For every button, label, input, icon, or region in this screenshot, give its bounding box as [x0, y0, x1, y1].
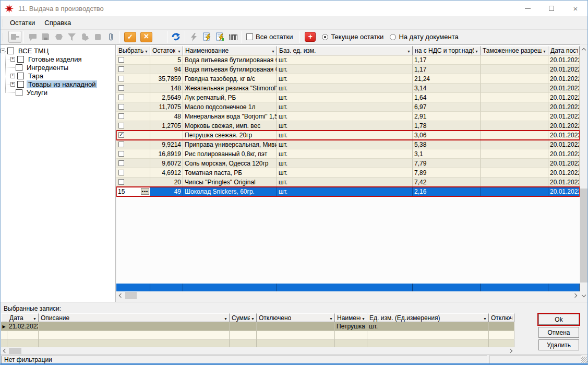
products-hscrollbar[interactable] — [116, 291, 580, 300]
selected-hscrollbar[interactable] — [1, 347, 514, 355]
product-row[interactable]: 35,7859Говядна тазоберд. кг в/сшт.21,242… — [116, 74, 580, 84]
select-cell[interactable] — [116, 112, 150, 121]
filter-dropdown-icon[interactable] — [223, 314, 227, 322]
on-document-date-radio[interactable] — [390, 34, 396, 40]
filter-dropdown-icon[interactable] — [482, 314, 487, 322]
scroll-down-button[interactable] — [580, 291, 588, 300]
selected-record-row[interactable] — [1, 331, 514, 340]
select-cell[interactable] — [116, 168, 150, 178]
hscroll-thumb[interactable] — [125, 292, 137, 299]
discard-button[interactable] — [140, 32, 152, 42]
row-checkbox[interactable] — [118, 85, 124, 91]
comment-button[interactable] — [26, 31, 39, 43]
delete-button[interactable]: Удалить — [538, 339, 579, 350]
product-row[interactable]: 9,9214Приправа универсальная, Мивинашт.5… — [116, 140, 580, 149]
selected-record-row[interactable] — [1, 340, 514, 347]
select-cell[interactable] — [116, 140, 150, 149]
product-row[interactable]: 9,6072Соль морская, Одесса 120гршт.7,792… — [116, 159, 580, 168]
ellipsis-button[interactable] — [141, 188, 149, 195]
column-header[interactable] — [1, 313, 7, 322]
add-button[interactable] — [305, 32, 316, 42]
column-header[interactable]: Описание — [39, 313, 230, 322]
tree-checkbox[interactable] — [16, 89, 22, 96]
collapse-icon[interactable] — [1, 49, 5, 53]
doc-execute-edit-button[interactable] — [213, 31, 226, 43]
tree-item[interactable]: Готовые изделия — [1, 55, 115, 63]
execute-button[interactable] — [187, 31, 200, 43]
product-row[interactable]: 16,8919Рис полированный 0,8кг, пэтшт.3,1… — [116, 149, 580, 159]
scroll-right-button[interactable] — [571, 291, 580, 300]
tree-item[interactable]: Услуги — [1, 88, 115, 97]
row-checkbox[interactable] — [118, 142, 124, 147]
save-button[interactable] — [39, 31, 52, 43]
filter-button[interactable] — [65, 31, 78, 43]
select-cell[interactable] — [116, 74, 150, 84]
expand-icon[interactable] — [10, 82, 15, 87]
cancel-button[interactable]: Отмена — [538, 327, 579, 338]
filter-dropdown-icon[interactable] — [474, 47, 478, 54]
menu-ostatki[interactable]: Остатки — [5, 17, 40, 29]
close-button[interactable]: × — [563, 1, 587, 16]
select-cell[interactable] — [116, 93, 150, 102]
hscroll-thumb[interactable] — [9, 348, 21, 354]
all-leftovers-checkbox[interactable] — [246, 33, 253, 40]
product-row[interactable]: Петрушка свежая. 20гршт.3,0620.01.2022 — [116, 131, 580, 140]
scroll-right-button[interactable] — [507, 347, 514, 355]
tree-checkbox[interactable] — [16, 64, 22, 71]
select-cell[interactable]: 15 — [116, 187, 150, 196]
select-cell[interactable] — [116, 178, 150, 187]
tree-checkbox[interactable] — [7, 48, 14, 54]
select-cell[interactable] — [116, 131, 150, 140]
tree-checkbox[interactable] — [17, 56, 24, 63]
erase-button[interactable] — [52, 31, 65, 43]
select-cell[interactable] — [116, 102, 150, 112]
scroll-left-button[interactable] — [116, 291, 125, 300]
row-checkbox[interactable] — [118, 160, 124, 166]
filter-dropdown-icon[interactable] — [32, 314, 37, 322]
attach-button[interactable] — [104, 31, 117, 43]
row-checkbox[interactable] — [118, 104, 124, 110]
current-leftovers-radio[interactable] — [322, 34, 328, 40]
column-header[interactable]: Наименов. — [335, 313, 367, 322]
filter-dropdown-icon[interactable] — [542, 47, 546, 54]
column-header[interactable]: Баз. ед. изм. — [277, 46, 413, 55]
select-cell[interactable] — [116, 149, 150, 159]
product-row[interactable]: 4,6912Томатная паста, РБшт.7,8920.01.202… — [116, 168, 580, 178]
tree-item[interactable]: ВСЕ ТМЦ — [1, 46, 115, 55]
products-vscrollbar[interactable] — [580, 45, 588, 300]
product-row[interactable]: 1,2705Морковь свежая, имп. весшт.1,7820.… — [116, 121, 580, 131]
quantity-input[interactable]: 15 — [116, 188, 141, 195]
drag-button[interactable] — [78, 31, 91, 43]
row-checkbox[interactable] — [118, 76, 124, 81]
column-header[interactable]: Дата — [7, 313, 39, 322]
scroll-left-button[interactable] — [1, 347, 8, 355]
row-checkbox[interactable] — [118, 151, 124, 157]
column-header[interactable]: Отключ — [489, 313, 514, 322]
selected-record-row[interactable]: 21.02.2022Петрушка свежая. 20гршт. — [1, 322, 514, 331]
ok-button[interactable]: Ok — [538, 314, 579, 325]
row-checkbox[interactable] — [118, 95, 124, 100]
select-cell[interactable] — [116, 55, 150, 65]
row-checkbox[interactable] — [118, 57, 124, 63]
select-cell[interactable] — [116, 121, 150, 131]
product-row[interactable]: 2,5649Лук репчатый, РБшт.1,6420.01.2022 — [116, 93, 580, 102]
row-checkbox[interactable] — [118, 123, 124, 128]
product-row[interactable]: 48Минеральная вода "Borjomi" 1,5лшт.2,91… — [116, 112, 580, 121]
filter-dropdown-icon[interactable] — [328, 314, 333, 322]
tree-checkbox[interactable] — [17, 73, 24, 79]
package-button[interactable] — [91, 31, 104, 43]
filter-dropdown-icon[interactable] — [270, 47, 275, 54]
column-header[interactable]: Наименование — [183, 46, 277, 55]
refresh-button[interactable] — [170, 31, 183, 43]
product-row[interactable]: 148Жевательная резинка "Stimorol"шт.3,14… — [116, 84, 580, 93]
column-header[interactable]: Отключено — [257, 313, 335, 322]
row-checkbox[interactable] — [118, 66, 124, 72]
filter-dropdown-icon[interactable] — [361, 314, 365, 322]
vscroll-thumb[interactable] — [580, 189, 587, 282]
tree-item[interactable]: Товары из накладной — [1, 80, 115, 88]
row-checkbox[interactable] — [118, 132, 124, 138]
scroll-up-button[interactable] — [580, 45, 588, 54]
barcode-button[interactable] — [226, 31, 239, 43]
expand-icon[interactable] — [10, 57, 15, 62]
product-row[interactable]: 1549Шоколад Snickers, 60гр.шт.2,1620.01.… — [116, 187, 580, 196]
